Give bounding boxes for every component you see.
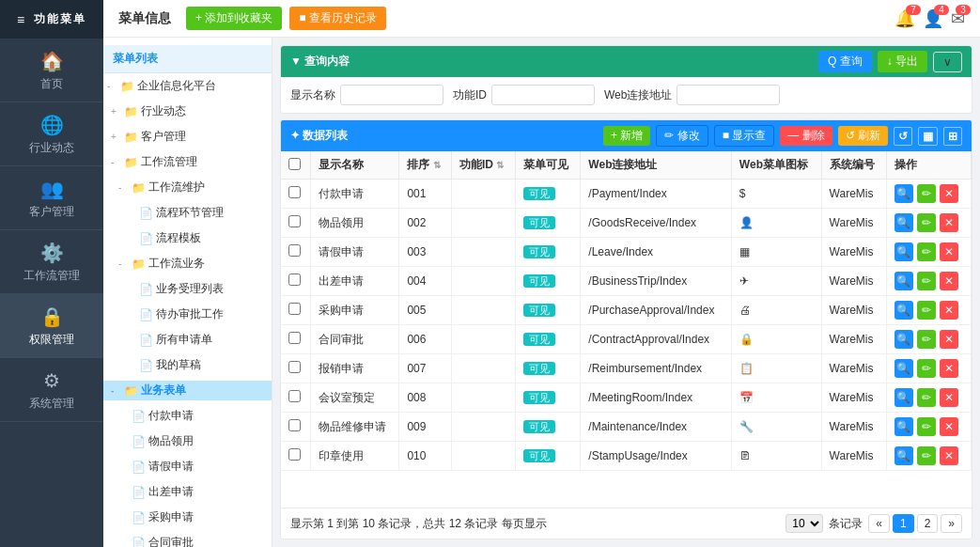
action-search-4[interactable]: 🔍 <box>894 301 913 320</box>
page-1-button[interactable]: 1 <box>893 514 914 533</box>
select-all-checkbox[interactable] <box>288 158 301 170</box>
tree-node-row-11[interactable]: 📄 我的草稿 <box>103 355 272 375</box>
web-url-input[interactable] <box>677 85 780 105</box>
action-edit-6[interactable]: ✏ <box>917 359 936 378</box>
list-view-icon[interactable]: ⊞ <box>943 127 962 146</box>
tree-node-row-10[interactable]: 📄 所有申请单 <box>103 330 272 350</box>
next-page-button[interactable]: » <box>941 514 962 533</box>
tree-node-row-9[interactable]: 📄 待办审批工作 <box>103 305 272 324</box>
tree-node-row-13[interactable]: 📄 付款申请 <box>103 406 272 426</box>
col-action: 操作 <box>886 151 971 180</box>
sidebar-item-system[interactable]: ⚙ 系统管理 <box>0 358 103 422</box>
per-page-select[interactable]: 10 20 50 <box>786 514 823 533</box>
action-delete-9[interactable]: ✕ <box>940 446 958 465</box>
action-search-1[interactable]: 🔍 <box>894 213 913 232</box>
collapse-button[interactable]: ∨ <box>933 52 962 72</box>
row-checkbox-2[interactable] <box>288 244 301 257</box>
cell-check-4 <box>281 296 310 325</box>
action-edit-8[interactable]: ✏ <box>917 417 936 436</box>
action-search-8[interactable]: 🔍 <box>894 417 913 436</box>
row-checkbox-3[interactable] <box>288 274 301 286</box>
topbar-badge-user[interactable]: 👤 4 <box>923 8 943 29</box>
action-edit-0[interactable]: ✏ <box>917 184 936 203</box>
tree-node-row-0[interactable]: - 📁 企业信息化平台 <box>103 76 272 96</box>
action-edit-2[interactable]: ✏ <box>917 242 936 261</box>
sidebar-item-customer[interactable]: 👥 客户管理 <box>0 166 103 230</box>
action-edit-3[interactable]: ✏ <box>917 272 936 290</box>
row-checkbox-4[interactable] <box>288 303 301 315</box>
func-id-input[interactable] <box>491 85 595 105</box>
action-search-6[interactable]: 🔍 <box>894 359 913 378</box>
action-delete-3[interactable]: ✕ <box>940 272 958 290</box>
action-search-5[interactable]: 🔍 <box>894 330 913 349</box>
topbar-badge-bell[interactable]: 🔔 7 <box>894 8 915 29</box>
export-button[interactable]: ↓ 导出 <box>878 51 927 72</box>
search-button[interactable]: Q 查询 <box>818 51 872 72</box>
row-checkbox-5[interactable] <box>288 332 301 344</box>
action-search-0[interactable]: 🔍 <box>894 184 913 203</box>
action-icons-3: 🔍 ✏ ✕ <box>894 272 963 290</box>
grid-view-icon[interactable]: ▦ <box>918 127 938 146</box>
action-edit-7[interactable]: ✏ <box>917 388 936 407</box>
delete-record-button[interactable]: — 删除 <box>780 126 832 146</box>
sidebar-item-permission[interactable]: 🔒 权限管理 <box>0 294 103 358</box>
action-edit-4[interactable]: ✏ <box>917 301 936 320</box>
action-delete-6[interactable]: ✕ <box>940 359 958 378</box>
cell-sys-code-4: WareMis <box>821 296 886 325</box>
tree-node-row-6[interactable]: 📄 流程模板 <box>103 228 272 248</box>
action-delete-2[interactable]: ✕ <box>940 242 958 261</box>
add-record-button[interactable]: + 新增 <box>603 126 650 146</box>
action-search-9[interactable]: 🔍 <box>894 446 913 465</box>
row-checkbox-9[interactable] <box>288 448 301 461</box>
display-name-input[interactable] <box>340 85 443 105</box>
action-delete-0[interactable]: ✕ <box>940 184 958 203</box>
view-record-button[interactable]: ■ 显示查 <box>714 125 775 147</box>
add-to-favorites-button[interactable]: + 添加到收藏夹 <box>186 7 282 30</box>
row-checkbox-6[interactable] <box>288 361 301 373</box>
row-checkbox-7[interactable] <box>288 390 301 402</box>
tree-node-row-3[interactable]: - 📁 工作流管理 <box>103 152 272 172</box>
page-2-button[interactable]: 2 <box>917 514 939 533</box>
cell-sys-code-9: WareMis <box>821 442 886 471</box>
action-search-2[interactable]: 🔍 <box>894 242 913 261</box>
row-checkbox-8[interactable] <box>288 419 301 431</box>
action-edit-5[interactable]: ✏ <box>917 330 936 349</box>
tree-node-row-14[interactable]: 📄 物品领用 <box>103 431 272 451</box>
tree-node-row-15[interactable]: 📄 请假申请 <box>103 457 272 477</box>
table-view-icon[interactable]: ↺ <box>894 127 912 146</box>
topbar-badge-msg[interactable]: ✉ 3 <box>951 8 965 29</box>
func-id-sort-arrow[interactable]: ⇅ <box>496 160 504 170</box>
action-delete-8[interactable]: ✕ <box>940 417 958 436</box>
sidebar-item-home[interactable]: 🏠 首页 <box>0 39 103 102</box>
tree-node-row-16[interactable]: 📄 出差申请 <box>103 482 272 502</box>
tree-node-row-7[interactable]: - 📁 工作流业务 <box>103 254 272 274</box>
refresh-button[interactable]: ↺ 刷新 <box>838 126 888 146</box>
tree-node-row-5[interactable]: 📄 流程环节管理 <box>103 203 272 223</box>
row-checkbox-1[interactable] <box>288 215 301 227</box>
tree-node-row-18[interactable]: 📄 合同审批 <box>103 533 272 547</box>
tree-node-row-8[interactable]: 📄 业务受理列表 <box>103 279 272 299</box>
menu-toggle-icon[interactable]: ≡ <box>17 12 26 27</box>
edit-record-button[interactable]: ✏ 修改 <box>656 125 708 147</box>
tree-node-row-4[interactable]: - 📁 工作流维护 <box>103 178 272 197</box>
row-checkbox-0[interactable] <box>288 186 301 198</box>
sort-arrow[interactable]: ⇅ <box>433 160 441 170</box>
action-delete-1[interactable]: ✕ <box>940 213 958 232</box>
tree-node-row-17[interactable]: 📄 采购申请 <box>103 508 272 527</box>
action-search-3[interactable]: 🔍 <box>894 272 913 290</box>
action-edit-9[interactable]: ✏ <box>917 446 936 465</box>
sidebar-item-workflow[interactable]: ⚙️ 工作流管理 <box>0 230 103 294</box>
tree-node-row-12[interactable]: - 📁 业务表单 <box>103 381 272 400</box>
prev-page-button[interactable]: « <box>868 514 890 533</box>
tree-node-row-1[interactable]: + 📁 行业动态 <box>103 102 272 121</box>
tree-node: 📄 出差申请 <box>103 479 272 505</box>
sidebar-item-industry[interactable]: 🌐 行业动态 <box>0 102 103 166</box>
action-delete-4[interactable]: ✕ <box>940 301 958 320</box>
tree-node: 📄 请假申请 <box>103 454 272 479</box>
view-history-button[interactable]: ■ 查看历史记录 <box>289 7 386 30</box>
action-edit-1[interactable]: ✏ <box>917 213 936 232</box>
action-delete-7[interactable]: ✕ <box>940 388 958 407</box>
action-search-7[interactable]: 🔍 <box>894 388 913 407</box>
tree-node-row-2[interactable]: + 📁 客户管理 <box>103 127 272 147</box>
action-delete-5[interactable]: ✕ <box>940 330 958 349</box>
